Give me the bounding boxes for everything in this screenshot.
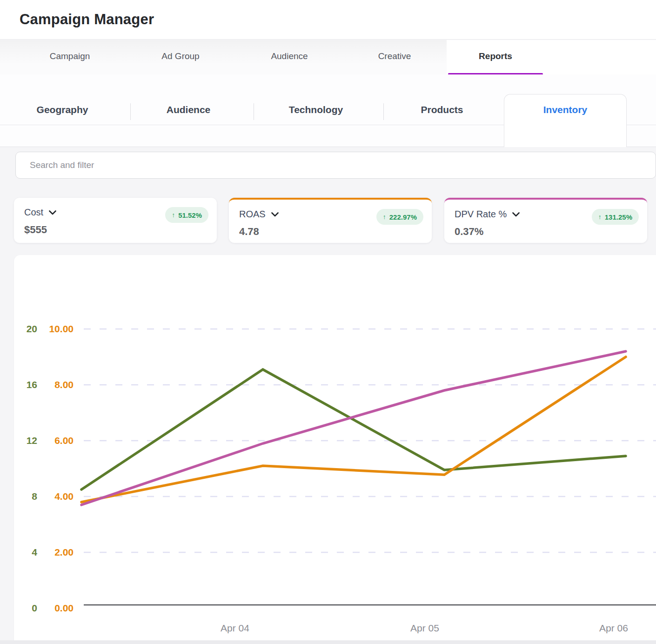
chevron-down-icon[interactable]	[49, 210, 56, 215]
primary-tab-bar: Campaign Ad Group Audience Creative Repo…	[0, 40, 656, 74]
subtab-geography[interactable]: Geography	[37, 104, 88, 115]
svg-text:2.00: 2.00	[54, 547, 74, 557]
tab-separator	[254, 103, 254, 120]
secondary-tab-bar: Geography Audience Technology Products I…	[0, 74, 656, 147]
subtab-audience[interactable]: Audience	[167, 104, 211, 115]
metric-card-dpv-rate[interactable]: DPV Rate % 0.37% ↑ 131.25%	[444, 198, 647, 243]
metric-card-roas[interactable]: ROAS 4.78 ↑ 222.97%	[229, 198, 432, 243]
tab-creative[interactable]: Creative	[378, 51, 411, 61]
tab-audience[interactable]: Audience	[271, 51, 308, 61]
change-percent: 131.25%	[605, 213, 632, 221]
subtab-products[interactable]: Products	[421, 104, 463, 115]
svg-text:0.00: 0.00	[54, 603, 74, 613]
svg-text:4: 4	[32, 547, 37, 557]
svg-text:8.00: 8.00	[54, 379, 74, 390]
metric-label: DPV Rate %	[455, 209, 507, 220]
active-tab-background	[447, 40, 656, 74]
inventory-active-tab-card[interactable]	[504, 94, 627, 147]
line-chart: 00.0042.0084.00126.00168.002010.00Apr 04…	[14, 255, 656, 640]
change-badge: ↑ 131.25%	[592, 209, 639, 225]
metric-label: Cost	[24, 207, 43, 218]
metric-value: $555	[24, 224, 47, 236]
tab-ad-group[interactable]: Ad Group	[161, 51, 199, 61]
svg-text:10.00: 10.00	[49, 323, 74, 334]
page-title: Campaign Manager	[20, 11, 154, 28]
tab-campaign[interactable]: Campaign	[50, 51, 90, 61]
change-percent: 222.97%	[389, 213, 417, 221]
subtab-inventory[interactable]: Inventory	[543, 104, 588, 115]
search-filter-bar	[15, 152, 656, 179]
change-badge: ↑ 222.97%	[376, 209, 423, 225]
svg-text:20: 20	[27, 323, 37, 334]
search-input[interactable]	[15, 152, 656, 179]
tab-separator	[130, 103, 131, 120]
metric-value: 4.78	[239, 226, 259, 238]
chevron-down-icon[interactable]	[512, 212, 520, 217]
svg-text:12: 12	[27, 435, 37, 446]
svg-text:4.00: 4.00	[54, 491, 74, 502]
svg-text:Apr 06: Apr 06	[599, 623, 628, 633]
tab-separator	[383, 103, 384, 120]
subtab-technology[interactable]: Technology	[289, 104, 343, 115]
svg-text:6.00: 6.00	[54, 435, 74, 446]
metric-value: 0.37%	[455, 226, 483, 238]
tab-reports[interactable]: Reports	[479, 51, 512, 61]
svg-text:Apr 04: Apr 04	[221, 623, 249, 633]
app-header: Campaign Manager	[0, 0, 656, 40]
up-arrow-icon: ↑	[383, 213, 386, 221]
metric-label: ROAS	[239, 209, 266, 220]
change-badge: ↑ 51.52%	[165, 207, 208, 223]
up-arrow-icon: ↑	[598, 213, 602, 221]
page-bottom-edge	[0, 640, 656, 644]
chevron-down-icon[interactable]	[271, 212, 279, 217]
change-percent: 51.52%	[178, 211, 202, 219]
up-arrow-icon: ↑	[172, 211, 175, 219]
svg-text:Apr 05: Apr 05	[410, 623, 439, 633]
campaign-manager-screen: Campaign Manager Campaign Ad Group Audie…	[0, 0, 656, 644]
metrics-line-chart-card: 00.0042.0084.00126.00168.002010.00Apr 04…	[14, 255, 656, 640]
svg-text:16: 16	[27, 379, 37, 390]
svg-text:8: 8	[32, 491, 37, 502]
metric-card-cost[interactable]: Cost $555 ↑ 51.52%	[14, 198, 217, 243]
svg-text:0: 0	[32, 603, 37, 613]
